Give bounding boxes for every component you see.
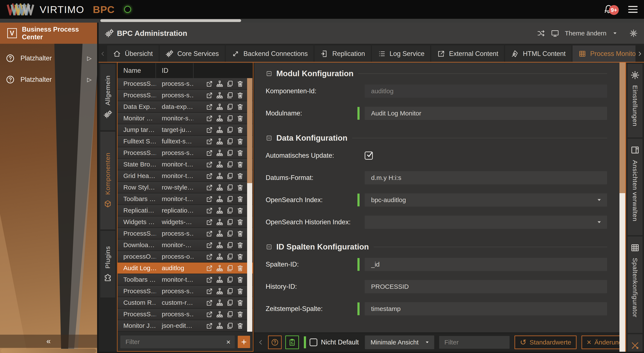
sitemap-button[interactable] [216,92,224,99]
copy-button[interactable] [226,218,234,226]
copy-button[interactable] [226,172,234,180]
copy-button[interactable] [226,276,234,284]
side-tab-komponenten[interactable]: Komponenten [100,132,115,230]
field-input[interactable] [365,280,607,293]
tab-process-monitoring[interactable]: Process Monitoring [572,46,644,62]
table-row[interactable]: processO…process-o… [118,251,253,262]
table-row[interactable]: Downloa…monitor-… [118,240,253,251]
right-tab-spaltenkonfigurator[interactable]: Spaltenkonfigurator [628,236,642,333]
open-external-button[interactable] [206,276,213,284]
right-tab-einstellungen[interactable]: Einstellungen [628,64,642,138]
trash-button[interactable] [236,138,244,145]
sidebar-item-platzhalter[interactable]: Platzhalter▷ [0,52,97,65]
notifications-button[interactable]: 9+ [603,4,614,15]
trash-button[interactable] [236,242,244,249]
open-external-button[interactable] [206,138,213,145]
copy-button[interactable] [226,80,234,88]
table-row[interactable]: Toolbars …monitor-t… [118,193,253,205]
copy-button[interactable] [226,310,234,318]
open-external-button[interactable] [206,114,213,122]
tab-core-services[interactable]: Core Services [160,46,225,62]
open-external-button[interactable] [206,103,213,110]
sitemap-button[interactable] [216,195,224,203]
tab-external-content[interactable]: External Content [431,46,504,62]
collapse-section-icon[interactable] [266,70,272,77]
field-input[interactable] [365,258,607,271]
trash-button[interactable] [236,253,244,260]
column-header-name[interactable]: Name [118,63,156,78]
trash-button[interactable] [236,299,244,306]
add-component-button[interactable]: + [238,336,250,348]
table-row[interactable]: ProcessS…process-s… [118,308,253,320]
table-scrollbar[interactable] [247,78,252,332]
table-filter-input[interactable] [120,338,222,346]
trash-button[interactable] [236,92,244,99]
trash-button[interactable] [236,172,244,180]
table-row[interactable]: Monitor …monitor-s… [118,113,253,124]
horizontal-scrollbar[interactable] [0,19,644,22]
sitemap-button[interactable] [216,310,224,318]
trash-button[interactable] [236,264,244,272]
sitemap-button[interactable] [216,242,224,249]
table-row[interactable]: State Bro…monitor-t… [118,159,253,170]
open-external-button[interactable] [206,207,213,214]
field-checkbox[interactable] [365,152,373,160]
copy-button[interactable] [226,184,234,191]
side-tab-plugins[interactable]: Plugins [100,231,115,298]
chevron-down-icon[interactable] [596,219,602,225]
view-select[interactable]: Minimale Ansicht [365,336,434,349]
nicht-default-checkbox[interactable] [310,338,317,346]
table-row[interactable]: ProcessS…process-s… [118,78,253,90]
table-scrollbar-thumb[interactable] [247,78,252,183]
sitemap-button[interactable] [216,184,224,191]
trash-button[interactable] [236,195,244,203]
monitor-icon[interactable] [551,29,559,38]
toolbar-filter-input[interactable] [439,339,527,346]
table-row[interactable]: Jump tar…target-ju… [118,124,253,136]
leftnav-bottom-scrollbar[interactable] [1,349,96,353]
copy-button[interactable] [226,161,234,168]
tabs-scroll-right-button[interactable] [636,46,644,62]
shuffle-icon[interactable] [537,29,545,38]
table-row[interactable]: Audit Log…auditlog [118,262,253,274]
copy-button[interactable] [226,242,234,249]
reset-defaults-button[interactable]: ↺ Standardwerte [514,336,576,349]
sidebar-item-platzhalter[interactable]: Platzhalter▷ [0,73,97,86]
trash-button[interactable] [236,80,244,88]
right-tab-ansichten-verwalten[interactable]: Ansichten verwalten [628,139,642,235]
open-external-button[interactable] [206,288,213,295]
trash-button[interactable] [236,114,244,122]
sitemap-button[interactable] [216,299,224,306]
table-row[interactable]: Data Exp…data-exp… [118,101,253,113]
sitemap-button[interactable] [216,322,224,330]
hamburger-icon[interactable] [628,6,638,13]
audit-button[interactable] [285,336,299,349]
tab-log-service[interactable]: Log Service [372,46,430,62]
main-scrollbar[interactable] [620,62,625,352]
open-external-button[interactable] [206,172,213,180]
help-button[interactable] [268,336,282,349]
field-input[interactable] [365,216,607,229]
field-input[interactable] [365,193,607,206]
gear-icon[interactable] [629,29,638,38]
open-external-button[interactable] [206,264,213,272]
open-external-button[interactable] [206,126,213,134]
open-external-button[interactable] [206,299,213,306]
copy-button[interactable] [226,253,234,260]
sitemap-button[interactable] [216,218,224,226]
table-row[interactable]: Custom R…custom-r… [118,297,253,308]
sitemap-button[interactable] [216,207,224,214]
field-input[interactable] [365,171,607,184]
sidebar-collapse-button[interactable]: « [0,335,97,348]
discard-changes-button[interactable]: × Änderungen verwer [582,336,620,349]
expand-arrow-icon[interactable]: ▷ [87,76,92,83]
table-row[interactable]: Widgets …widgets-… [118,216,253,228]
table-row[interactable]: ProcessS…process-s… [118,228,253,240]
sitemap-button[interactable] [216,253,224,260]
copy-button[interactable] [226,149,234,157]
open-external-button[interactable] [206,161,213,168]
tab-replication[interactable]: Replication [314,46,371,62]
sitemap-button[interactable] [216,103,224,110]
horizontal-scrollbar-thumb[interactable] [100,19,241,22]
field-input[interactable] [365,84,607,98]
